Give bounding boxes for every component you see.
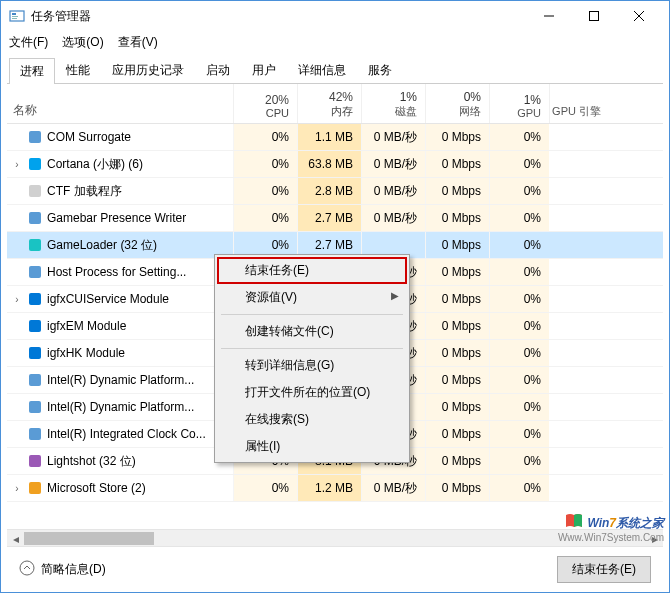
col-gpu[interactable]: 1%GPU — [489, 84, 549, 123]
svg-rect-5 — [589, 12, 598, 21]
cell-gpu: 0% — [489, 124, 549, 150]
svg-rect-1 — [12, 13, 16, 15]
cell-network: 0 Mbps — [425, 124, 489, 150]
process-name: Gamebar Presence Writer — [47, 211, 186, 225]
cell-gpu: 0% — [489, 313, 549, 339]
app-icon — [9, 8, 25, 24]
col-cpu[interactable]: 20%CPU — [233, 84, 297, 123]
svg-rect-10 — [29, 185, 41, 197]
cell-cpu: 0% — [233, 205, 297, 231]
process-name: igfxCUIService Module — [47, 292, 169, 306]
menu-file[interactable]: 文件(F) — [9, 34, 48, 51]
svg-rect-14 — [29, 293, 41, 305]
maximize-button[interactable] — [571, 1, 616, 31]
expand-icon[interactable]: › — [11, 483, 23, 494]
cell-disk: 0 MB/秒 — [361, 475, 425, 501]
tab-3[interactable]: 启动 — [195, 57, 241, 83]
menu-view[interactable]: 查看(V) — [118, 34, 158, 51]
cell-network: 0 Mbps — [425, 394, 489, 420]
cell-memory: 2.7 MB — [297, 205, 361, 231]
context-menu-item[interactable]: 转到详细信息(G) — [217, 352, 407, 379]
tab-6[interactable]: 服务 — [357, 57, 403, 83]
titlebar[interactable]: 任务管理器 — [1, 1, 669, 31]
process-icon — [27, 318, 43, 334]
menu-options[interactable]: 选项(O) — [62, 34, 103, 51]
process-icon — [27, 399, 43, 415]
table-row[interactable]: Gamebar Presence Writer0%2.7 MB0 MB/秒0 M… — [7, 205, 663, 232]
col-name[interactable]: 名称 — [7, 84, 233, 123]
scroll-thumb[interactable] — [24, 532, 154, 545]
fewer-details-link[interactable]: 简略信息(D) — [19, 560, 106, 579]
context-menu-item[interactable]: 在线搜索(S) — [217, 406, 407, 433]
cell-memory: 1.2 MB — [297, 475, 361, 501]
scroll-left-icon[interactable]: ◂ — [7, 530, 24, 547]
process-icon — [27, 129, 43, 145]
expand-icon[interactable]: › — [11, 159, 23, 170]
process-icon — [27, 156, 43, 172]
process-name: Intel(R) Dynamic Platform... — [47, 400, 194, 414]
tab-0[interactable]: 进程 — [9, 58, 55, 84]
cell-disk: 0 MB/秒 — [361, 151, 425, 177]
context-menu-item[interactable]: 打开文件所在的位置(O) — [217, 379, 407, 406]
cell-gpu: 0% — [489, 178, 549, 204]
cell-network: 0 Mbps — [425, 313, 489, 339]
col-gpu-engine[interactable]: GPU 引擎 — [549, 84, 609, 123]
svg-rect-18 — [29, 401, 41, 413]
col-network[interactable]: 0%网络 — [425, 84, 489, 123]
tab-1[interactable]: 性能 — [55, 57, 101, 83]
cell-gpu: 0% — [489, 232, 549, 258]
table-row[interactable]: CTF 加载程序0%2.8 MB0 MB/秒0 Mbps0% — [7, 178, 663, 205]
column-headers: 名称 20%CPU 42%内存 1%磁盘 0%网络 1%GPU GPU 引擎 — [7, 84, 663, 124]
table-row[interactable]: ›Cortana (小娜) (6)0%63.8 MB0 MB/秒0 Mbps0% — [7, 151, 663, 178]
tab-2[interactable]: 应用历史记录 — [101, 57, 195, 83]
process-name: Microsoft Store (2) — [47, 481, 146, 495]
process-name: Intel(R) Integrated Clock Co... — [47, 427, 206, 441]
context-menu-item[interactable]: 资源值(V)▶ — [217, 284, 407, 311]
context-menu: 结束任务(E)资源值(V)▶创建转储文件(C)转到详细信息(G)打开文件所在的位… — [214, 254, 410, 463]
col-disk[interactable]: 1%磁盘 — [361, 84, 425, 123]
end-task-button[interactable]: 结束任务(E) — [557, 556, 651, 583]
cell-disk: 0 MB/秒 — [361, 178, 425, 204]
table-row[interactable]: ›Microsoft Store (2)0%1.2 MB0 MB/秒0 Mbps… — [7, 475, 663, 502]
process-name: igfxEM Module — [47, 319, 126, 333]
cell-network: 0 Mbps — [425, 178, 489, 204]
process-icon — [27, 264, 43, 280]
cell-gpu: 0% — [489, 205, 549, 231]
tab-5[interactable]: 详细信息 — [287, 57, 357, 83]
tab-4[interactable]: 用户 — [241, 57, 287, 83]
footer: 简略信息(D) 结束任务(E) — [7, 546, 663, 592]
context-menu-item[interactable]: 结束任务(E) — [217, 257, 407, 284]
cell-network: 0 Mbps — [425, 475, 489, 501]
process-name: Intel(R) Dynamic Platform... — [47, 373, 194, 387]
cell-network: 0 Mbps — [425, 151, 489, 177]
scroll-right-icon[interactable]: ▸ — [646, 530, 663, 547]
cell-gpu: 0% — [489, 259, 549, 285]
cell-gpu: 0% — [489, 394, 549, 420]
process-icon — [27, 372, 43, 388]
cell-cpu: 0% — [233, 124, 297, 150]
cell-gpu: 0% — [489, 448, 549, 474]
cell-cpu: 0% — [233, 151, 297, 177]
table-row[interactable]: COM Surrogate0%1.1 MB0 MB/秒0 Mbps0% — [7, 124, 663, 151]
cell-network: 0 Mbps — [425, 367, 489, 393]
svg-rect-17 — [29, 374, 41, 386]
process-icon — [27, 237, 43, 253]
svg-rect-12 — [29, 239, 41, 251]
horizontal-scrollbar[interactable]: ◂ ▸ — [7, 529, 663, 546]
cell-network: 0 Mbps — [425, 421, 489, 447]
expand-icon[interactable]: › — [11, 294, 23, 305]
process-name: COM Surrogate — [47, 130, 131, 144]
close-button[interactable] — [616, 1, 661, 31]
process-name: GameLoader (32 位) — [47, 237, 157, 254]
context-menu-item[interactable]: 创建转储文件(C) — [217, 318, 407, 345]
cell-memory: 1.1 MB — [297, 124, 361, 150]
process-icon — [27, 426, 43, 442]
process-icon — [27, 345, 43, 361]
cell-disk: 0 MB/秒 — [361, 124, 425, 150]
col-memory[interactable]: 42%内存 — [297, 84, 361, 123]
context-menu-item[interactable]: 属性(I) — [217, 433, 407, 460]
cell-network: 0 Mbps — [425, 259, 489, 285]
minimize-button[interactable] — [526, 1, 571, 31]
svg-rect-16 — [29, 347, 41, 359]
chevron-up-icon — [19, 560, 35, 579]
